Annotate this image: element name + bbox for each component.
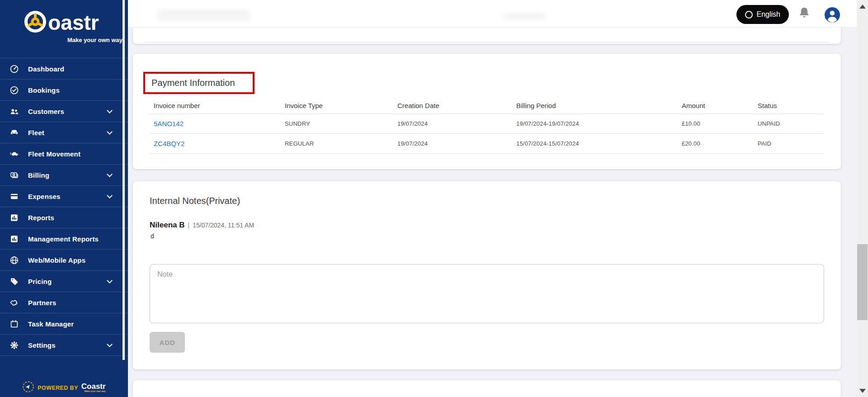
sidebar-item-fleet-movement[interactable]: Fleet Movement [0,143,128,165]
sidebar-item-label: Fleet Movement [28,150,80,158]
column-header-amount: Amount [678,102,754,109]
powered-by-brand: Coastr [81,383,106,390]
sidebar-item-label: Web/Mobile Apps [28,256,85,264]
creation-date-cell: 19/07/2024 [394,120,513,127]
sidebar-item-label: Customers [28,108,64,115]
invoice-number-link[interactable]: 5ANO142 [154,120,184,128]
settings-icon [9,340,19,350]
divider [145,42,829,43]
sidebar-item-partners[interactable]: Partners [0,292,128,313]
status-cell: UNPAID [754,120,824,127]
chevron-down-icon [107,278,113,284]
note-entry: Nileena B | 15/07/2024, 11:51 AM [150,221,254,230]
brand-logo-text: oastr [48,10,99,35]
next-card-partial [133,380,841,397]
sidebar-item-label: Dashboard [28,65,64,73]
sidebar-item-customers[interactable]: Customers [0,101,128,122]
globe-sketch-icon [22,381,34,395]
chevron-down-icon [107,193,113,198]
sidebar-item-web-mobile-apps[interactable]: Web/Mobile Apps [0,250,128,271]
table-row: 5ANO142 SUNDRY 19/07/2024 19/07/2024-19/… [150,114,824,134]
billing-period-cell: 15/07/2024-15/07/2024 [513,140,678,147]
sidebar-item-label: Bookings [28,86,60,94]
sidebar-item-label: Partners [28,299,56,307]
add-note-button[interactable]: ADD [150,332,185,353]
notifications-bell-icon[interactable] [797,6,811,21]
invoice-type-cell: SUNDRY [281,120,394,127]
sidebar-item-bookings[interactable]: Bookings [0,80,128,101]
table-row: ZC4BQY2 REGULAR 19/07/2024 15/07/2024-15… [150,134,824,154]
status-cell: PAID [754,140,824,147]
partners-icon [9,298,19,307]
chevron-down-icon [107,171,113,177]
sidebar-item-dashboard[interactable]: Dashboard [0,58,128,80]
sidebar-item-label: Reports [28,214,54,222]
sidebar-item-expenses[interactable]: Expenses [0,186,128,207]
brand-logo[interactable]: oastr Make your own way [0,10,123,43]
sidebar-item-billing[interactable]: Billing [0,165,128,186]
invoice-number-link[interactable]: ZC4BQY2 [154,140,184,147]
amount-cell: £10.00 [678,120,754,127]
scroll-down-arrow-icon[interactable] [859,389,866,393]
billing-period-cell: 19/07/2024-19/07/2024 [513,120,678,127]
powered-by-footer: POWERED BY Coastr Make your own way [0,381,128,395]
sidebar-item-label: Expenses [28,193,61,200]
sidebar-scrollbar[interactable] [123,0,125,360]
sidebar-item-label: Pricing [28,278,52,285]
powered-by-label: POWERED BY [38,385,78,391]
task-manager-icon [9,319,19,329]
page-scrollbar[interactable] [857,0,868,397]
sidebar-item-reports[interactable]: Reports [0,207,128,228]
internal-notes-title: Internal Notes(Private) [150,196,240,206]
user-avatar[interactable] [825,7,840,23]
billing-icon [9,170,19,180]
reports-icon [9,213,19,222]
language-label: English [757,10,780,19]
note-separator: | [188,222,189,229]
sidebar-item-label: Management Reports [28,235,99,243]
steering-wheel-logo-icon [24,10,47,35]
language-globe-icon [745,11,753,19]
bookings-icon [9,85,19,95]
sidebar-item-settings[interactable]: Settings [0,335,128,356]
sidebar-menu: Dashboard Bookings Customers [0,58,128,356]
faded-text-placeholder [157,9,250,22]
sidebar-item-label: Settings [28,341,56,349]
scrollbar-thumb[interactable] [857,244,868,320]
sidebar-item-label: Fleet [28,129,44,137]
chevron-down-icon [107,108,113,113]
chevron-down-icon [107,129,113,135]
red-highlight-box: Payment Information [143,72,255,94]
column-header-billing-period: Billing Period [513,102,678,109]
main-content: Payment Information Invoice number Invoi… [128,28,857,397]
column-header-status: Status [754,102,824,109]
note-input[interactable] [150,264,824,323]
dashboard-icon [9,64,19,74]
amount-cell: £20.00 [678,140,754,147]
note-text: d [151,232,154,240]
sidebar-item-management-reports[interactable]: Management Reports [0,228,128,250]
pricing-icon [9,276,19,286]
payment-table: Invoice number Invoice Type Creation Dat… [150,97,824,154]
sidebar-item-fleet[interactable]: Fleet [0,122,128,143]
column-header-invoice-number: Invoice number [150,102,281,109]
powered-by-tagline: Make your own way [85,390,106,392]
expenses-icon [9,191,19,201]
sidebar: oastr Make your own way Dashboard Bookin… [0,0,128,397]
table-header-row: Invoice number Invoice Type Creation Dat… [150,97,824,114]
internal-notes-card: Internal Notes(Private) Nileena B | 15/0… [133,181,841,369]
creation-date-cell: 19/07/2024 [394,140,513,147]
payment-information-card: Payment Information Invoice number Invoi… [133,54,841,169]
sidebar-item-pricing[interactable]: Pricing [0,271,128,292]
sidebar-item-task-manager[interactable]: Task Manager [0,313,128,335]
sidebar-item-label: Billing [28,171,49,179]
web-mobile-apps-icon [9,255,19,265]
management-reports-icon [9,234,19,244]
language-selector-button[interactable]: English [736,5,789,24]
note-author: Nileena B [150,221,184,230]
scroll-up-arrow-icon[interactable] [859,5,866,9]
faded-text-placeholder [503,13,546,20]
invoice-type-cell: REGULAR [281,140,394,147]
partially-scrolled-card [133,28,841,44]
payment-section-title: Payment Information [151,78,235,88]
